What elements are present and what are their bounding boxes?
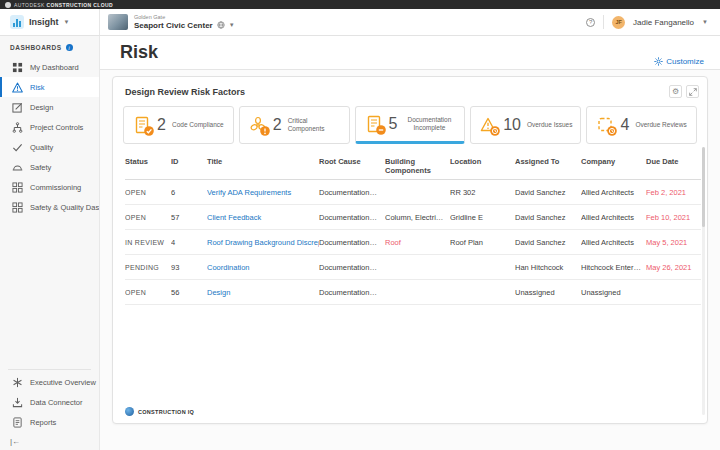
cell-company: Allied Architects (581, 205, 646, 230)
tab-code-compliance[interactable]: 2 Code Compliance (123, 106, 234, 144)
issue-title-link[interactable]: Verify ADA Requirements (207, 180, 319, 205)
minus-badge-icon (376, 125, 386, 135)
tab-critical-components[interactable]: 2 Critical Components (239, 106, 350, 144)
top-brand-bar: AUTODESK CONSTRUCTION CLOUD (0, 0, 720, 9)
tab-documentation-incomplete[interactable]: 5 Documentation Incomplete (355, 106, 466, 144)
tab-count: 2 (157, 116, 166, 134)
critical-components-fan-icon (249, 116, 267, 134)
sidebar-item-design[interactable]: Design (0, 97, 99, 117)
sidebar-item-project-controls[interactable]: Project Controls (0, 117, 99, 137)
column-header[interactable]: ID (171, 154, 207, 180)
tab-label: Code Compliance (172, 121, 224, 129)
cell-assigned-to: David Sanchez (515, 180, 581, 205)
cell-due-date: May 26, 2021 (646, 255, 701, 280)
panel-scrollbar[interactable] (702, 147, 705, 415)
panel-settings-gear-icon[interactable]: ⚙ (669, 85, 682, 98)
chevron-down-icon[interactable]: ▼ (702, 19, 708, 25)
hard-hat-icon (12, 162, 23, 173)
cell-building-components (385, 280, 450, 305)
cell-building-components (385, 180, 450, 205)
check-badge-icon (144, 126, 154, 136)
overdue-reviews-icon (596, 116, 614, 134)
sidebar-item-label: Executive Overview (30, 378, 96, 387)
app-switcher[interactable]: Insight ▼ (0, 9, 100, 35)
app-header: Insight ▼ Golden Gate Seaport Civic Cent… (0, 9, 720, 36)
issue-title-link[interactable]: Coordination (207, 255, 319, 280)
cell-location (450, 280, 515, 305)
insight-app-icon (10, 15, 24, 29)
cell-company: Hitchcock Enter… (581, 255, 646, 280)
issue-title-link[interactable]: Client Feedback (207, 205, 319, 230)
risk-issues-table: Status ID Title Root Cause Building Comp… (125, 154, 699, 305)
sidebar-item-label: Project Controls (30, 123, 83, 132)
cell-building-components: Roof (385, 230, 450, 255)
project-name: Seaport Civic Center (134, 21, 213, 30)
cell-location: Roof Plan (450, 230, 515, 255)
avatar[interactable]: JF (612, 16, 625, 29)
tab-count: 4 (620, 116, 629, 134)
gear-icon (654, 57, 663, 66)
cell-id: 93 (171, 255, 207, 280)
cell-root-cause: Documentation… (319, 180, 385, 205)
tab-overdue-issues[interactable]: 10 Overdue Issues (470, 106, 581, 144)
sidebar-item-executive-overview[interactable]: Executive Overview (0, 372, 99, 392)
clock-badge-icon (490, 126, 500, 136)
cell-status: PENDING (125, 255, 171, 280)
documentation-incomplete-icon (365, 115, 383, 133)
panel-title: Design Review Risk Factors (125, 87, 245, 97)
user-name: Jadie Fanganello (633, 18, 694, 27)
column-header[interactable]: Root Cause (319, 154, 385, 180)
construction-iq-label: CONSTRUCTION IQ (138, 409, 194, 415)
cell-assigned-to: David Sanchez (515, 230, 581, 255)
info-badge-icon[interactable]: i (66, 44, 73, 51)
issue-title-link[interactable]: Design (207, 280, 319, 305)
clock-badge-icon (607, 126, 617, 136)
sidebar-item-safety-quality-dashboard[interactable]: Safety & Quality Dash… (0, 197, 99, 217)
column-header[interactable]: Due Date (646, 154, 701, 180)
column-header[interactable]: Title (207, 154, 319, 180)
cell-assigned-to: Unassigned (515, 280, 581, 305)
cell-company: Unassigned (581, 280, 646, 305)
tab-count: 5 (389, 115, 398, 133)
customize-button[interactable]: Customize (654, 57, 704, 66)
page-header (100, 36, 720, 69)
cell-building-components: Column, Electri… (385, 205, 450, 230)
sidebar-item-my-dashboard[interactable]: My Dashboard (0, 57, 99, 77)
sidebar-item-safety[interactable]: Safety (0, 157, 99, 177)
project-controls-icon (12, 122, 23, 133)
cell-status: OPEN (125, 280, 171, 305)
cell-building-components (385, 255, 450, 280)
cell-assigned-to: David Sanchez (515, 205, 581, 230)
issue-title-link[interactable]: Roof Drawing Background Discrep… (207, 230, 319, 255)
sidebar-item-label: My Dashboard (30, 63, 79, 72)
column-header[interactable]: Building Components (385, 154, 450, 180)
cell-location: RR 302 (450, 180, 515, 205)
help-icon[interactable]: ? (586, 18, 595, 27)
column-header[interactable]: Company (581, 154, 646, 180)
sidebar-item-reports[interactable]: Reports (0, 412, 99, 432)
tab-label: Overdue Reviews (635, 121, 686, 129)
sidebar-item-label: Quality (30, 143, 53, 152)
sidebar-item-label: Risk (30, 83, 45, 92)
sidebar-item-quality[interactable]: Quality (0, 137, 99, 157)
column-header[interactable]: Status (125, 154, 171, 180)
cell-root-cause: Documentation… (319, 280, 385, 305)
cell-due-date (646, 280, 701, 305)
cell-root-cause: Documentation… (319, 230, 385, 255)
project-selector[interactable]: Golden Gate Seaport Civic Center ▼ (100, 14, 235, 30)
cell-id: 6 (171, 180, 207, 205)
cell-status: OPEN (125, 205, 171, 230)
sidebar-collapse-icon[interactable]: |← (0, 432, 99, 450)
sidebar-item-data-connector[interactable]: Data Connector (0, 392, 99, 412)
column-header[interactable]: Location (450, 154, 515, 180)
cell-root-cause: Documentation… (319, 255, 385, 280)
cell-status: OPEN (125, 180, 171, 205)
panel-expand-icon[interactable] (686, 85, 699, 98)
customize-label: Customize (666, 57, 704, 66)
chevron-down-icon: ▼ (229, 22, 235, 29)
sidebar-item-commissioning[interactable]: Commissioning (0, 177, 99, 197)
column-header[interactable]: Assigned To (515, 154, 581, 180)
chevron-down-icon: ▼ (64, 19, 70, 25)
tab-overdue-reviews[interactable]: 4 Overdue Reviews (586, 106, 697, 144)
sidebar-item-risk[interactable]: Risk (0, 77, 99, 97)
